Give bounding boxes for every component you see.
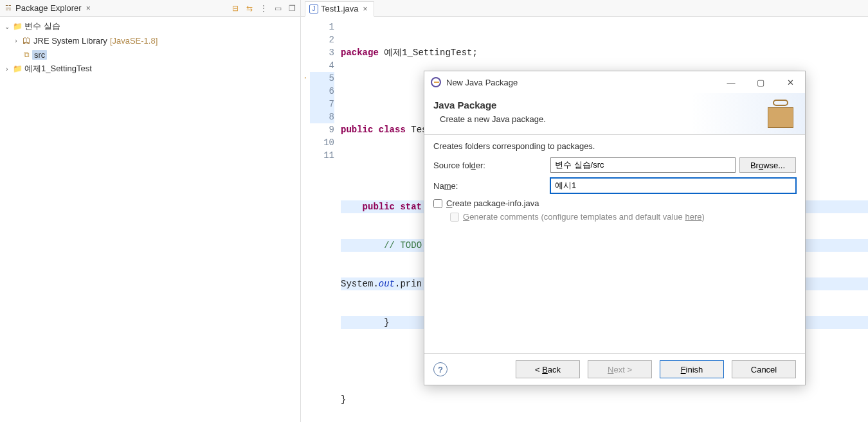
jre-node[interactable]: › 🕮 JRE System Library [JavaSE-1.8]	[0, 33, 300, 48]
project-tree: ⌄ 📁 변수 실습 › 🕮 JRE System Library [JavaSE…	[0, 17, 300, 78]
marker-column: ◦	[301, 17, 310, 422]
source-folder-icon: ⧉	[21, 50, 32, 59]
minimize-view-icon[interactable]: ▭	[273, 4, 282, 13]
project-label-2: 예제1_SettingTest	[23, 63, 92, 75]
package-explorer-icon: ☵	[4, 4, 13, 13]
close-view-icon[interactable]: ×	[84, 4, 93, 13]
project-label: 변수 실습	[23, 21, 60, 32]
package-explorer-view: ☵ Package Explorer × ⊟ ⇆ ⋮ ▭ ❐ ⌄ 📁 변수 실습…	[0, 0, 301, 422]
project-node[interactable]: ⌄ 📁 변수 실습	[0, 19, 300, 33]
explorer-header: ☵ Package Explorer × ⊟ ⇆ ⋮ ▭ ❐	[0, 0, 300, 17]
generate-comments-label: Generate comments (configure templates a…	[463, 212, 705, 222]
source-folder-label: Source folder:	[433, 161, 547, 170]
back-button[interactable]: < Back	[516, 360, 580, 378]
source-folder-input[interactable]	[550, 157, 736, 173]
project-node-2[interactable]: › 📁 예제1_SettingTest	[0, 62, 300, 76]
finish-button[interactable]: Finish	[660, 360, 724, 378]
collapse-all-icon[interactable]: ⊟	[231, 4, 240, 13]
help-icon[interactable]: ?	[433, 362, 448, 376]
dialog-heading: Java Package	[433, 100, 796, 110]
dialog-subheading: Create a new Java package.	[433, 114, 796, 124]
line-number-gutter: 1 2 3 4 5 6 7 8 9 10 11	[310, 17, 341, 422]
new-java-package-dialog: New Java Package — ▢ ✕ Java Package Crea…	[424, 71, 806, 385]
link-editor-icon[interactable]: ⇆	[245, 4, 254, 13]
dialog-form: Creates folders corresponding to package…	[424, 135, 805, 353]
maximize-view-icon[interactable]: ❐	[287, 4, 296, 13]
dialog-footer: ? < Back Next > Finish Cancel	[424, 353, 805, 385]
project-icon: 📁	[12, 64, 23, 73]
dialog-title: New Java Package	[446, 78, 518, 87]
explorer-title: Package Explorer	[15, 3, 82, 13]
dialog-titlebar[interactable]: New Java Package — ▢ ✕	[424, 71, 805, 93]
expand-icon[interactable]: ›	[12, 37, 21, 44]
editor-tab[interactable]: J Test1.java ×	[305, 1, 374, 17]
cancel-button[interactable]: Cancel	[732, 360, 796, 378]
library-icon: 🕮	[21, 36, 32, 45]
name-input[interactable]	[550, 178, 796, 193]
name-label: Name:	[433, 181, 547, 191]
java-file-icon: J	[309, 4, 318, 13]
here-link[interactable]: here	[685, 212, 701, 222]
jre-version: [JavaSE-1.8]	[107, 36, 158, 46]
jre-label: JRE System Library	[32, 36, 107, 46]
editor-tab-label: Test1.java	[321, 4, 359, 13]
dialog-banner: Java Package Create a new Java package.	[424, 93, 805, 135]
expand-icon[interactable]: ›	[3, 66, 12, 73]
close-window-icon[interactable]: ✕	[775, 73, 805, 92]
form-note: Creates folders corresponding to package…	[433, 141, 796, 151]
generate-comments-checkbox	[450, 213, 459, 222]
close-tab-icon[interactable]: ×	[361, 4, 370, 13]
next-button: Next >	[588, 360, 652, 378]
browse-button[interactable]: Browse...	[739, 157, 796, 173]
eclipse-icon	[431, 77, 441, 87]
view-menu-icon[interactable]: ⋮	[259, 4, 268, 13]
maximize-window-icon[interactable]: ▢	[746, 73, 775, 92]
project-icon: 📁	[12, 22, 23, 31]
expand-icon[interactable]	[12, 51, 21, 58]
src-folder-node[interactable]: ⧉ src	[0, 48, 300, 62]
create-package-info-label: Create package-info.java	[446, 198, 539, 208]
src-label: src	[32, 50, 47, 60]
expand-icon[interactable]: ⌄	[3, 23, 12, 30]
minimize-window-icon[interactable]: —	[716, 73, 746, 92]
package-banner-icon	[764, 100, 797, 128]
editor-tab-bar: J Test1.java ×	[301, 0, 868, 17]
create-package-info-checkbox[interactable]	[433, 199, 442, 208]
